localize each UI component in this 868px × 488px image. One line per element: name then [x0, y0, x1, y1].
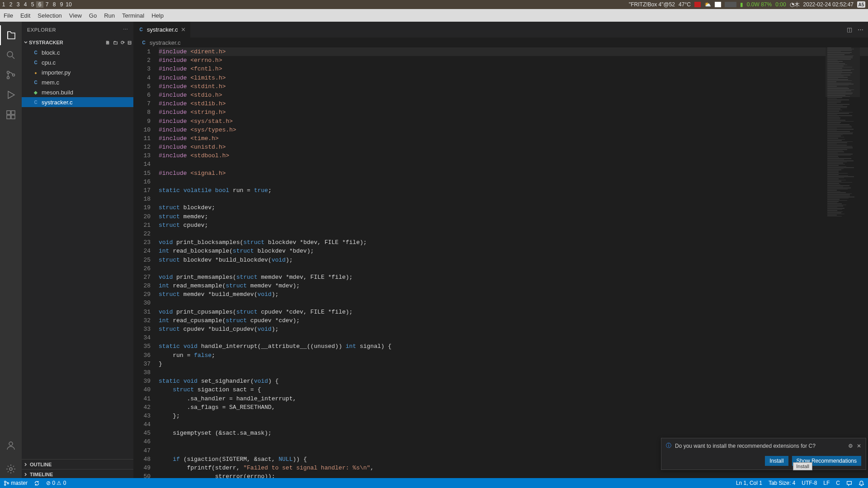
sync-icon[interactable] [34, 480, 40, 486]
menu-run[interactable]: Run [104, 12, 115, 19]
workspace-8[interactable]: 8 [51, 1, 58, 8]
menu-help[interactable]: Help [151, 12, 164, 19]
settings-icon[interactable] [0, 459, 22, 479]
menu-terminal[interactable]: Terminal [122, 12, 144, 19]
svg-point-2 [7, 77, 9, 79]
tab-label: systracker.c [147, 26, 178, 33]
accounts-icon[interactable] [0, 436, 22, 455]
code-content[interactable]: #include <dirent.h>#include <errno.h>#in… [159, 47, 868, 479]
workspace-7[interactable]: 7 [43, 1, 51, 8]
file-icon: C [33, 59, 39, 66]
project-header[interactable]: SYSTRACKER 🗎 🗀 ⟳ ⊟ [22, 38, 133, 47]
file-meson-build[interactable]: ◆meson.build [22, 87, 133, 97]
explorer-icon[interactable] [0, 25, 22, 45]
workspace-5[interactable]: 5 [29, 1, 36, 8]
cursor-position[interactable]: Ln 1, Col 1 [736, 480, 762, 486]
install-button[interactable]: Install [765, 456, 788, 466]
cloud-icon: ⛅ [704, 1, 711, 8]
tab-systracker[interactable]: C systracker.c ✕ [133, 22, 190, 38]
tab-size[interactable]: Tab Size: 4 [769, 480, 795, 486]
close-tab-icon[interactable]: ✕ [181, 26, 186, 33]
file-icon: C [33, 49, 39, 56]
system-bar: 12345678910 "FRITZ!Box 4"@52 47°C ⛅ ▮ 0.… [0, 0, 868, 9]
activity-bar [0, 22, 22, 479]
svg-point-8 [9, 442, 13, 446]
sidebar: EXPLORER ⋯ SYSTRACKER 🗎 🗀 ⟳ ⊟ Cblock.cCc… [22, 22, 133, 479]
outline-section[interactable]: OUTLINE [22, 459, 133, 469]
code-area[interactable]: 1234567891011121314151617181920212223242… [133, 47, 868, 479]
split-editor-icon[interactable]: ◫ [847, 26, 852, 33]
git-branch[interactable]: master [4, 480, 28, 486]
new-file-icon[interactable]: 🗎 [105, 40, 110, 46]
notifications-icon[interactable] [859, 480, 864, 486]
workspace-3[interactable]: 3 [14, 1, 22, 8]
encoding[interactable]: UTF-8 [802, 480, 817, 486]
file-list: Cblock.cCcpu.c⬥importer.pyCmem.c◆meson.b… [22, 47, 133, 459]
project-name: SYSTRACKER [29, 40, 63, 45]
c-file-icon: C [141, 39, 147, 46]
wifi-status: "FRITZ!Box 4"@52 [629, 1, 675, 8]
menu-view[interactable]: View [69, 12, 82, 19]
svg-rect-4 [7, 111, 10, 114]
extensions-icon[interactable] [0, 105, 22, 125]
breadcrumb[interactable]: C systracker.c [133, 38, 868, 47]
file-mem-c[interactable]: Cmem.c [22, 77, 133, 87]
power-status: 0.0W 87% [747, 1, 772, 8]
file-icon: C [33, 99, 39, 105]
file-block-c[interactable]: Cblock.c [22, 47, 133, 57]
language-mode[interactable]: C [836, 480, 840, 486]
svg-rect-7 [11, 115, 15, 119]
c-file-icon: C [138, 27, 144, 33]
indicator-white [715, 2, 721, 7]
menu-bar: FileEditSelectionViewGoRunTerminalHelp [0, 9, 868, 22]
file-cpu-c[interactable]: Ccpu.c [22, 57, 133, 67]
workspace-4[interactable]: 4 [22, 1, 29, 8]
indicator-grey [725, 2, 736, 7]
problems[interactable]: ⊘ 0 ⚠ 0 [46, 480, 66, 486]
svg-point-0 [7, 52, 13, 57]
collapse-icon[interactable]: ⊟ [127, 40, 132, 46]
sidebar-title: EXPLORER [27, 27, 56, 33]
svg-point-9 [9, 468, 12, 470]
workspace-list: 12345678910 [0, 1, 72, 8]
menu-file[interactable]: File [4, 12, 13, 19]
more-actions-icon[interactable]: ⋯ [858, 26, 863, 33]
file-systracker-c[interactable]: Csystracker.c [22, 97, 133, 107]
minimap[interactable] [826, 47, 860, 228]
file-importer-py[interactable]: ⬥importer.py [22, 67, 133, 77]
workspace-10[interactable]: 10 [65, 1, 72, 8]
minimap-viewport[interactable] [826, 47, 860, 97]
menu-edit[interactable]: Edit [20, 12, 30, 19]
refresh-icon[interactable]: ⟳ [121, 40, 125, 46]
info-icon: ⓘ [666, 442, 671, 450]
time-remaining: 0:00 [775, 1, 786, 8]
notification-close-icon[interactable]: ✕ [857, 443, 861, 449]
run-debug-icon[interactable] [0, 85, 22, 105]
menu-go[interactable]: Go [89, 12, 97, 19]
menu-selection[interactable]: Selection [38, 12, 61, 19]
svg-rect-5 [11, 111, 15, 114]
source-control-icon[interactable] [0, 65, 22, 85]
datetime: 2022-02-24 02:52:47 [803, 1, 854, 8]
editor: C systracker.c ✕ ◫ ⋯ C systracker.c 1234… [133, 22, 868, 479]
svg-point-10 [5, 481, 6, 483]
svg-point-1 [7, 71, 9, 74]
notification: ⓘ Do you want to install the recommended… [661, 438, 866, 470]
new-folder-icon[interactable]: 🗀 [113, 40, 118, 46]
eol[interactable]: LF [823, 480, 830, 486]
workspace-2[interactable]: 2 [7, 1, 14, 8]
workspace-9[interactable]: 9 [58, 1, 65, 8]
battery-icon: ▮ [740, 1, 743, 8]
notification-gear-icon[interactable]: ⚙ [848, 443, 853, 449]
ime-badge[interactable]: A5 [857, 1, 865, 8]
feedback-icon[interactable] [846, 480, 852, 486]
workspace-1[interactable]: 1 [0, 1, 7, 8]
tab-bar: C systracker.c ✕ ◫ ⋯ [133, 22, 868, 38]
file-icon: C [33, 79, 39, 85]
workspace-6[interactable]: 6 [36, 1, 43, 8]
sidebar-more-icon[interactable]: ⋯ [123, 27, 128, 33]
timeline-section[interactable]: TIMELINE [22, 469, 133, 479]
search-icon[interactable] [0, 45, 22, 65]
svg-rect-6 [7, 115, 10, 119]
file-icon: ◆ [33, 89, 39, 95]
